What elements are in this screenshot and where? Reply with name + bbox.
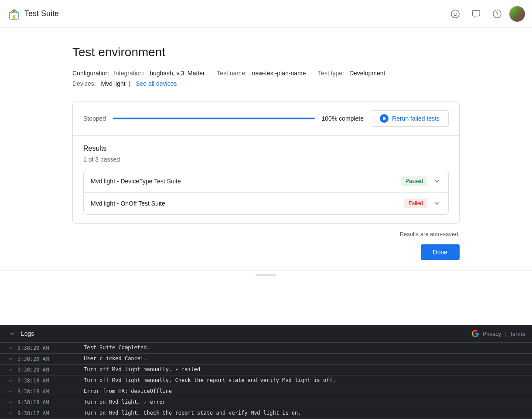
emoji-button[interactable]	[447, 5, 464, 23]
log-time: 9:38:18 AM	[17, 378, 49, 384]
test-name-label: Test name:	[217, 70, 246, 77]
log-message: User clicked Cancel.	[84, 355, 525, 362]
header-left: Test Suite	[7, 7, 59, 21]
logs-header: Logs Privacy | Terms	[0, 325, 532, 343]
log-entry-left: 9:38:18 AM	[7, 388, 77, 395]
devices-sep: |	[129, 80, 131, 87]
privacy-link[interactable]: Privacy	[483, 331, 501, 337]
results-title: Results	[83, 145, 449, 152]
log-chevron-icon[interactable]	[7, 355, 14, 362]
done-button[interactable]: Done	[421, 244, 460, 260]
log-time: 9:38:17 AM	[17, 410, 49, 416]
integration-value: bugbash, v.3, Matter	[150, 70, 205, 77]
emoji-icon	[450, 9, 460, 19]
status-badge: Failed	[404, 199, 427, 208]
log-message: Turn on Mvd light. Check the report stat…	[84, 410, 525, 416]
log-entry-left: 9:38:18 AM	[7, 399, 77, 406]
log-entry: 9:38:20 AM Test Suite Completed.	[0, 343, 532, 354]
google-logo	[471, 330, 479, 338]
log-chevron-icon[interactable]	[7, 345, 14, 351]
log-chevron-icon[interactable]	[7, 399, 14, 406]
rerun-failed-tests-button[interactable]: Rerun failed tests	[371, 110, 449, 127]
svg-point-2	[13, 10, 15, 12]
progress-fill	[113, 118, 314, 119]
header-right	[447, 5, 525, 23]
app-title: Test Suite	[24, 9, 59, 18]
separator-2: |	[311, 70, 313, 77]
separator-1: |	[210, 70, 212, 77]
log-entry: 9:38:18 AM Turn on Mvd light. - error	[0, 397, 532, 408]
avatar-image	[509, 6, 525, 22]
logs-panel: Logs Privacy | Terms	[0, 325, 532, 419]
log-entry-left: 9:38:20 AM	[7, 366, 77, 373]
log-time: 9:38:20 AM	[17, 356, 49, 362]
log-message: Test Suite Completed.	[84, 345, 525, 351]
svg-point-4	[454, 13, 454, 14]
done-row: Done	[72, 241, 460, 270]
stopped-label: Stopped	[83, 115, 106, 122]
log-entry: 9:38:18 AM Error from HA: deviceOffline	[0, 386, 532, 397]
test-item[interactable]: Mvd light - DeviceType Test Suite Passed	[84, 170, 448, 193]
footer-separator: |	[505, 331, 506, 337]
play-icon	[380, 114, 389, 123]
log-chevron-icon[interactable]	[7, 377, 14, 384]
app-logo-icon	[7, 7, 21, 21]
log-entry: 9:38:18 AM Turn off Mvd light manually. …	[0, 375, 532, 386]
log-chevron-icon[interactable]	[7, 388, 14, 395]
log-entry: 9:38:20 AM User clicked Cancel.	[0, 354, 532, 365]
scroll-handle-area	[0, 270, 532, 280]
help-button[interactable]	[488, 5, 506, 23]
test-item-name: Mvd light - OnOff Test Suite	[91, 200, 165, 207]
results-summary: 1 of 3 passed	[83, 156, 449, 163]
log-entry-left: 9:38:20 AM	[7, 345, 77, 351]
log-time: 9:38:18 AM	[17, 389, 49, 395]
status-badge: Passed	[401, 176, 427, 186]
chevron-down-icon[interactable]	[433, 177, 441, 186]
chat-button[interactable]	[467, 5, 485, 23]
log-entry-left: 9:38:20 AM	[7, 355, 77, 362]
devices-value: Mvd light	[101, 80, 126, 87]
log-chevron-icon[interactable]	[7, 366, 14, 373]
devices-row: Devices: Mvd light | See all devices	[72, 80, 460, 87]
chevron-down-icon[interactable]	[433, 199, 441, 208]
log-time: 9:38:20 AM	[17, 345, 49, 351]
svg-rect-1	[13, 15, 15, 19]
config-label: Configuration	[72, 70, 109, 77]
test-name-value: new-test-plan-name	[252, 70, 306, 77]
progress-bar-row: Stopped 100% complete Rerun failed tests	[73, 101, 459, 136]
log-time: 9:38:18 AM	[17, 399, 49, 405]
see-all-devices-link[interactable]: See all devices	[136, 80, 177, 87]
log-message: Turn off Mvd light manually. - failed	[84, 366, 525, 372]
log-message: Error from HA: deviceOffline	[84, 388, 525, 394]
test-item[interactable]: Mvd light - OnOff Test Suite Failed	[84, 193, 448, 214]
log-message: Turn on Mvd light. - error	[84, 399, 525, 405]
logs-label: Logs	[21, 330, 34, 337]
test-type-value: Development	[349, 70, 385, 77]
test-item-right: Passed	[401, 176, 441, 186]
progress-track	[113, 118, 314, 119]
page-title: Test environment	[72, 45, 460, 59]
log-message: Turn off Mvd light manually. Check the r…	[84, 377, 525, 383]
avatar[interactable]	[509, 6, 525, 22]
logs-header-left: Logs	[7, 328, 34, 339]
log-time: 9:38:20 AM	[17, 367, 49, 373]
scroll-handle[interactable]	[256, 274, 276, 276]
integration-label: Integration:	[114, 70, 144, 77]
log-entry: 9:38:17 AM Turn on Mvd light. Check the …	[0, 408, 532, 419]
auto-saved-text: Results are auto-saved.	[72, 224, 460, 241]
logs-toggle-button[interactable]	[7, 328, 17, 339]
complete-label: 100% complete	[322, 115, 364, 122]
footer-links: Privacy | Terms	[471, 330, 525, 338]
test-item-right: Failed	[404, 199, 441, 208]
rerun-label: Rerun failed tests	[392, 115, 440, 122]
test-type-label: Test type:	[318, 70, 344, 77]
log-chevron-icon[interactable]	[7, 410, 14, 417]
configuration-row: Configuration Integration: bugbash, v.3,…	[72, 70, 460, 77]
main-content: Test environment Configuration Integrati…	[0, 28, 532, 270]
svg-rect-6	[473, 10, 480, 16]
progress-card: Stopped 100% complete Rerun failed tests…	[72, 101, 460, 224]
logs-entries: 9:38:20 AM Test Suite Completed. 9:38:20…	[0, 343, 532, 419]
terms-link[interactable]: Terms	[510, 331, 525, 337]
results-section: Results 1 of 3 passed Mvd light - Device…	[73, 136, 459, 223]
log-entry-left: 9:38:17 AM	[7, 410, 77, 417]
